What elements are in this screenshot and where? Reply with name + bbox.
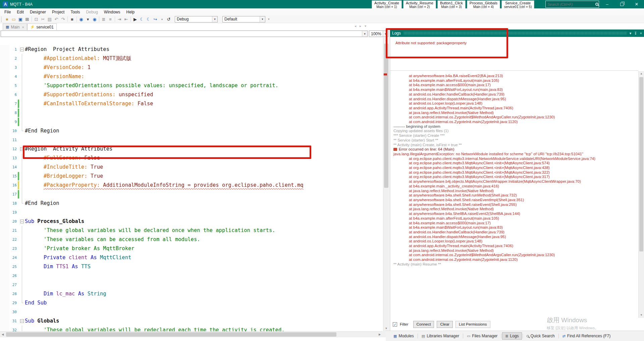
save-icon[interactable]: ▣: [17, 16, 24, 22]
log-entry[interactable]: at java.lang.reflect.Method.invoke(Nativ…: [390, 207, 638, 212]
log-entry[interactable]: at anywheresoftware.b4a.shell.Shell.runM…: [390, 193, 638, 198]
connect-button[interactable]: Connect: [413, 321, 434, 328]
code-line[interactable]: 17: [0, 190, 382, 199]
log-entry[interactable]: at b4a.example.main._activity_create(mai…: [390, 184, 638, 189]
code-line[interactable]: 32'These global variables will be redecl…: [0, 326, 382, 331]
scroll-up-icon[interactable]: ▲: [639, 71, 644, 76]
code-editor[interactable]: 1−#Region Project Attributes2#Applicatio…: [0, 38, 382, 331]
code-text[interactable]: 'SupportedOrientations possible values: …: [25, 81, 382, 90]
log-entry[interactable]: at b4a.example.main.access$000(main.java…: [390, 221, 638, 226]
menu-designer[interactable]: Designer: [27, 9, 49, 15]
quick-jump-button[interactable]: Activity_CreateMain (ctrl + 1): [372, 0, 402, 9]
copy-icon[interactable]: ⊡: [33, 16, 40, 22]
code-line[interactable]: 7#CanInstallToExternalStorage: False: [0, 99, 382, 108]
editor-vscrollbar[interactable]: ▲ ▼: [383, 38, 389, 331]
quick-jump-button[interactable]: Process_GlobalsMain (ctrl + 4): [467, 0, 500, 9]
code-line[interactable]: 2#ApplicationLabel: MQTT測試版: [0, 54, 382, 63]
code-text[interactable]: #Region Activity Attributes: [25, 145, 382, 154]
log-entry[interactable]: at com.android.internal.os.ZygoteInit.ma…: [390, 120, 638, 124]
log-entry[interactable]: at b4a.example.main.afterFirstLayout(mai…: [390, 78, 638, 83]
indent-icon[interactable]: ⇥: [116, 16, 123, 22]
paste-icon[interactable]: ▤: [46, 16, 53, 22]
code-line[interactable]: 5'SupportedOrientations possible values:…: [0, 81, 382, 90]
close-button[interactable]: ✕: [629, 0, 644, 8]
code-line[interactable]: 24Private client As MqttClient: [0, 253, 382, 262]
bottom-tab-modules[interactable]: ▦Modules: [390, 332, 417, 340]
clear-button[interactable]: Clear: [437, 321, 452, 328]
open-project-icon[interactable]: ▭: [10, 16, 17, 22]
uncomment-icon[interactable]: ≡: [107, 16, 114, 22]
menu-edit[interactable]: Edit: [14, 9, 27, 15]
code-line[interactable]: 4#VersionName:: [0, 72, 382, 81]
filter-checkbox[interactable]: ✓: [393, 322, 397, 327]
restart-icon[interactable]: ↺: [165, 16, 172, 22]
menu-file[interactable]: File: [1, 9, 14, 15]
chevron-down-icon[interactable]: ▾: [630, 31, 632, 36]
log-entry[interactable]: ** Activity (main) Resume **: [390, 262, 638, 267]
bottom-tab-files-manager[interactable]: ▭Files Manager: [464, 332, 500, 340]
tab-main[interactable]: ▦Main×: [3, 23, 27, 30]
undo-icon[interactable]: ↶: [53, 16, 60, 22]
scroll-up-icon[interactable]: ▲: [383, 38, 389, 43]
scroll-thumb[interactable]: [384, 44, 388, 188]
log-entry[interactable]: at b4a.example.main.afterFirstLayout(mai…: [390, 216, 638, 221]
logs-vscrollbar[interactable]: ▲ ▼: [638, 71, 644, 318]
code-line[interactable]: 15#BridgeLogger: True: [0, 172, 382, 181]
code-text[interactable]: Dim TTS1 As TTS: [25, 262, 382, 271]
run-icon[interactable]: ▶: [132, 16, 139, 22]
code-text[interactable]: 'These global variables will be redeclar…: [25, 326, 382, 331]
log-entry[interactable]: at android.app.ActivityThread.main(Activ…: [390, 106, 638, 111]
log-entry[interactable]: at org.eclipse.paho.client.mqttv3.intern…: [390, 157, 638, 161]
code-text[interactable]: #ApplicationLabel: MQTT測試版: [25, 54, 382, 63]
code-line[interactable]: 21'These global variables will be declar…: [0, 226, 382, 235]
code-line[interactable]: 31−Sub Globals: [0, 317, 382, 326]
code-text[interactable]: #CanInstallToExternalStorage: False: [25, 99, 382, 108]
outdent-icon[interactable]: ⇤: [123, 16, 129, 22]
code-text[interactable]: [25, 271, 382, 280]
log-entry[interactable]: Error occurred on line: 64 (Main): [390, 147, 638, 152]
code-text[interactable]: 'These global variables will be declared…: [25, 226, 382, 235]
code-line[interactable]: 25Dim TTS1 As TTS: [0, 262, 382, 271]
bottom-tab-logs[interactable]: ≣Logs: [502, 332, 522, 340]
new-project-icon[interactable]: ∗: [4, 16, 10, 22]
code-line[interactable]: 23'Private broker As MqttBroker: [0, 244, 382, 253]
log-entry[interactable]: ** Service (starter) Start **: [390, 138, 638, 143]
scroll-left-icon[interactable]: ◀: [0, 332, 5, 337]
code-line[interactable]: 27: [0, 280, 382, 289]
log-entry[interactable]: at b4a.example.main$WaitForLayout.run(ma…: [390, 88, 638, 92]
code-text[interactable]: Private client As MqttClient: [25, 253, 382, 262]
menu-windows[interactable]: Windows: [101, 9, 123, 15]
log-entry[interactable]: at android.os.Looper.loop(Looper.java:14…: [390, 239, 638, 244]
log-entry[interactable]: Copying updated assets files (1): [390, 129, 638, 133]
tab-service01[interactable]: ⚡service01: [27, 23, 57, 30]
cut-icon[interactable]: ✂: [40, 16, 46, 22]
code-line[interactable]: 1−#Region Project Attributes: [0, 45, 382, 54]
log-entry[interactable]: at android.os.Looper.loop(Looper.java:14…: [390, 101, 638, 106]
log-entry[interactable]: *** Service (starter) Create ***: [390, 133, 638, 138]
log-entry[interactable]: at org.eclipse.paho.client.mqttv3.MqttAs…: [390, 161, 638, 166]
log-entry[interactable]: at android.os.Handler.handleCallback(Han…: [390, 230, 638, 235]
code-line[interactable]: 12−#Region Activity Attributes: [0, 145, 382, 154]
menu-project[interactable]: Project: [49, 9, 67, 15]
log-entry[interactable]: at android.app.ActivityThread.main(Activ…: [390, 244, 638, 248]
code-line[interactable]: 19: [0, 208, 382, 217]
titlebar-search[interactable]: [545, 1, 599, 8]
tab-list-icon[interactable]: ▾: [365, 24, 366, 28]
fold-box-icon[interactable]: −: [20, 319, 24, 323]
quick-jump-button[interactable]: Button1_ClickMain (ctrl + 3): [437, 0, 466, 9]
code-text[interactable]: Sub Globals: [25, 317, 382, 326]
log-entry[interactable]: at anywheresoftware.b4a.BA.raiseEvent2(B…: [390, 74, 638, 78]
code-text[interactable]: 'These variables can be accessed from al…: [25, 235, 382, 244]
fold-box-icon[interactable]: −: [20, 147, 24, 151]
code-text[interactable]: #FullScreen: False: [25, 154, 382, 163]
log-entry[interactable]: at com.android.internal.os.ZygoteInit.ma…: [390, 258, 638, 262]
log-entry[interactable]: at android.os.Handler.handleCallback(Han…: [390, 92, 638, 97]
log-entry[interactable]: at java.lang.reflect.Method.invoke(Nativ…: [390, 189, 638, 193]
log-entry[interactable]: ** Activity (main) Create, isFirst = tru…: [390, 143, 638, 148]
code-text[interactable]: #SupportedOrientations: unspecified: [25, 90, 382, 99]
menu-help[interactable]: Help: [123, 9, 138, 15]
log-entry[interactable]: at java.lang.reflect.Method.invoke(Nativ…: [390, 248, 638, 253]
code-text[interactable]: [25, 135, 382, 145]
code-line[interactable]: 14#IncludeTitle: True: [0, 163, 382, 172]
code-line[interactable]: 16#PackagerProperty: AdditionalModuleInf…: [0, 181, 382, 190]
